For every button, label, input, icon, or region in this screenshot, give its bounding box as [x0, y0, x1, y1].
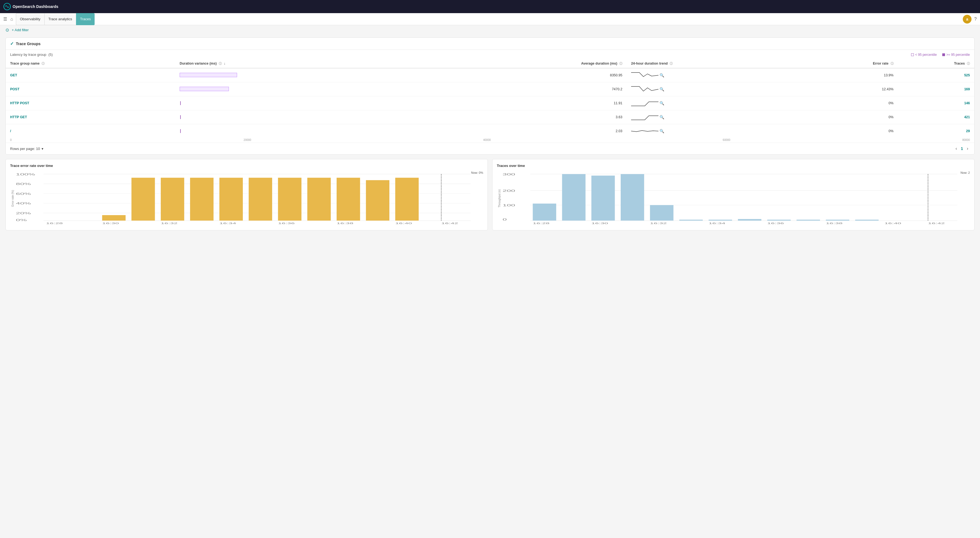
traces-chart-wrapper: Throughput (n) Now: 2 300 200 100 0	[497, 171, 970, 226]
svg-text:16:28: 16:28	[533, 222, 549, 225]
svg-rect-44	[562, 174, 586, 220]
breadcrumb-observability[interactable]: Observability	[16, 13, 44, 25]
menu-icon[interactable]: ☰	[3, 16, 7, 22]
row-variance-4	[175, 124, 472, 138]
col-header-error: Error rate ⓘ	[796, 59, 898, 68]
traces-info-icon[interactable]: ⓘ	[967, 62, 970, 65]
variance-info-icon[interactable]: ⓘ	[219, 62, 222, 65]
sort-icon[interactable]: ↓	[224, 62, 225, 65]
svg-text:20%: 20%	[16, 212, 31, 215]
svg-rect-20	[278, 177, 302, 220]
traces-chart-y-label: Throughput (n)	[497, 171, 501, 226]
row-traces-2[interactable]: 146	[898, 96, 974, 110]
table-row: GET8350.95🔍13.9%525	[6, 68, 974, 82]
col-header-name: Trace group name ⓘ	[6, 59, 175, 68]
pagination-row: Rows per page: 10 ▾ ‹ 1 ›	[6, 142, 974, 154]
user-avatar[interactable]: a	[963, 15, 972, 24]
trace-groups-header: ✓ Trace Groups	[6, 38, 974, 50]
error-chart-svg: 100% 80% 60% 40% 20% 0%	[14, 171, 483, 226]
svg-rect-23	[366, 180, 390, 220]
collapse-icon[interactable]: ✓	[10, 41, 14, 46]
top-nav-bar: OpenSearch Dashboards	[0, 0, 980, 13]
row-name-1[interactable]: POST	[6, 82, 175, 96]
col-header-trend: 24-hour duration trend ⓘ	[627, 59, 796, 68]
error-info-icon[interactable]: ⓘ	[891, 62, 894, 65]
app-name: OpenSearch Dashboards	[13, 4, 58, 9]
row-error-4: 0%	[796, 124, 898, 138]
svg-text:16:42: 16:42	[928, 222, 945, 225]
row-name-3[interactable]: HTTP GET	[6, 110, 175, 124]
svg-rect-51	[767, 220, 791, 220]
svg-rect-24	[395, 177, 418, 220]
row-trend-1: 🔍	[627, 82, 796, 96]
svg-text:100: 100	[503, 204, 515, 207]
help-icon[interactable]: ?	[974, 17, 977, 22]
row-variance-1	[175, 82, 472, 96]
svg-rect-17	[190, 177, 213, 220]
svg-text:16:36: 16:36	[767, 222, 784, 225]
variance-axis-labels: 0 20000 40000 60000 80000	[6, 138, 974, 142]
row-avg-3: 3.63	[472, 110, 627, 124]
row-traces-4[interactable]: 29	[898, 124, 974, 138]
filter-bar: ⊙ + Add filter	[0, 25, 980, 35]
svg-text:16:34: 16:34	[709, 222, 725, 225]
home-icon[interactable]: ⌂	[10, 17, 13, 22]
col-header-variance: Duration variance (ms) ⓘ ↓	[175, 59, 472, 68]
row-traces-0[interactable]: 525	[898, 68, 974, 82]
name-info-icon[interactable]: ⓘ	[41, 62, 45, 65]
svg-text:0: 0	[503, 218, 507, 221]
row-name-0[interactable]: GET	[6, 68, 175, 82]
svg-text:16:28: 16:28	[46, 222, 63, 225]
row-name-4[interactable]: /	[6, 124, 175, 138]
main-content: ✓ Trace Groups Latency by trace group (5…	[0, 35, 980, 538]
svg-rect-47	[650, 205, 673, 220]
trace-groups-table: Trace group name ⓘ Duration variance (ms…	[6, 59, 974, 138]
legend-lt95: < 95 percentile	[911, 53, 937, 57]
svg-text:16:32: 16:32	[650, 222, 667, 225]
svg-rect-54	[855, 220, 878, 220]
svg-rect-14	[102, 215, 126, 220]
svg-text:16:38: 16:38	[337, 222, 353, 225]
svg-text:60%: 60%	[16, 192, 31, 195]
row-variance-3	[175, 110, 472, 124]
svg-rect-53	[826, 220, 849, 220]
current-page: 1	[961, 147, 963, 151]
row-error-3: 0%	[796, 110, 898, 124]
row-variance-0	[175, 68, 472, 82]
svg-text:16:40: 16:40	[395, 222, 412, 225]
latency-title: Latency by trace group (5)	[10, 53, 53, 57]
row-avg-0: 8350.95	[472, 68, 627, 82]
app-logo: OpenSearch Dashboards	[3, 3, 58, 10]
traces-chart-inner: Now: 2 300 200 100 0	[501, 171, 970, 226]
next-page-button[interactable]: ›	[965, 145, 970, 152]
filter-icon[interactable]: ⊙	[5, 27, 9, 33]
error-chart-now: Now: 0%	[471, 171, 483, 174]
breadcrumb-traces[interactable]: Traces	[76, 13, 95, 25]
table-row: /2.03🔍0%29	[6, 124, 974, 138]
avg-info-icon[interactable]: ⓘ	[619, 62, 622, 65]
svg-text:16:30: 16:30	[592, 222, 608, 225]
svg-text:16:34: 16:34	[219, 222, 236, 225]
error-chart-wrapper: Error rate (%) Now: 0% 100% 80% 60% 40% …	[10, 171, 483, 226]
rows-per-page-selector[interactable]: Rows per page: 10 ▾	[10, 147, 43, 151]
svg-rect-48	[679, 220, 703, 220]
trace-groups-title: Trace Groups	[16, 42, 40, 46]
trace-groups-card: ✓ Trace Groups Latency by trace group (5…	[5, 37, 975, 155]
traces-chart-card: Traces over time Throughput (n) Now: 2 3…	[492, 159, 975, 230]
svg-text:40%: 40%	[16, 202, 31, 205]
row-error-1: 12.43%	[796, 82, 898, 96]
row-traces-1[interactable]: 169	[898, 82, 974, 96]
svg-text:16:38: 16:38	[826, 222, 842, 225]
col-header-avg: Average duration (ms) ⓘ	[472, 59, 627, 68]
row-name-2[interactable]: HTTP POST	[6, 96, 175, 110]
svg-text:200: 200	[503, 189, 515, 192]
prev-page-button[interactable]: ‹	[954, 145, 959, 152]
add-filter-button[interactable]: + Add filter	[12, 28, 29, 32]
svg-rect-18	[219, 177, 243, 220]
row-traces-3[interactable]: 421	[898, 110, 974, 124]
legend-lt95-box	[911, 53, 914, 56]
trend-info-icon[interactable]: ⓘ	[670, 62, 673, 65]
breadcrumb-trace-analytics[interactable]: Trace analytics	[44, 13, 76, 25]
row-error-0: 13.9%	[796, 68, 898, 82]
breadcrumb-bar: ☰ ⌂ Observability Trace analytics Traces…	[0, 13, 980, 25]
